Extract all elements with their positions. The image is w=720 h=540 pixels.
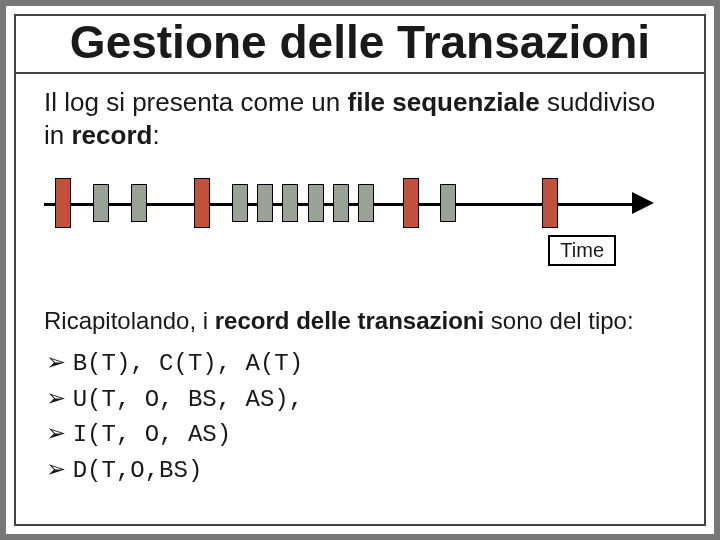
summary-post: sono del tipo: (484, 307, 633, 334)
title-divider (16, 72, 704, 74)
log-record-marker (308, 184, 324, 222)
log-record-marker (257, 184, 273, 222)
intro-paragraph: Il log si presenta come un file sequenzi… (44, 86, 676, 151)
slide-frame-outer: Gestione delle Transazioni Il log si pre… (0, 0, 720, 540)
slide-title: Gestione delle Transazioni (44, 18, 676, 66)
log-record-marker (232, 184, 248, 222)
summary-pre: Ricapitolando, i (44, 307, 215, 334)
summary-line: Ricapitolando, i record delle transazion… (44, 307, 676, 335)
checkpoint-marker (542, 178, 558, 228)
timeline-axis-area (44, 177, 676, 229)
checkpoint-marker (55, 178, 71, 228)
intro-bold-file: file sequenziale (348, 87, 540, 117)
record-type-item: D(T,O,BS) (46, 452, 676, 488)
checkpoint-marker (194, 178, 210, 228)
time-axis-label: Time (548, 235, 616, 266)
log-record-marker (282, 184, 298, 222)
intro-bold-record: record (71, 120, 152, 150)
log-record-marker (358, 184, 374, 222)
summary-bold: record delle transazioni (215, 307, 484, 334)
log-record-marker (131, 184, 147, 222)
intro-pre: Il log si presenta come un (44, 87, 348, 117)
checkpoint-marker (403, 178, 419, 228)
log-record-marker (93, 184, 109, 222)
timeline-figure: Time (44, 177, 676, 267)
record-type-item: B(T), C(T), A(T) (46, 345, 676, 381)
arrowhead-icon (632, 192, 654, 214)
record-type-list: B(T), C(T), A(T)U(T, O, BS, AS),I(T, O, … (46, 345, 676, 487)
slide-frame-inner: Gestione delle Transazioni Il log si pre… (14, 14, 706, 526)
log-record-marker (333, 184, 349, 222)
intro-post: : (152, 120, 159, 150)
record-type-item: I(T, O, AS) (46, 416, 676, 452)
record-type-item: U(T, O, BS, AS), (46, 381, 676, 417)
log-record-marker (440, 184, 456, 222)
